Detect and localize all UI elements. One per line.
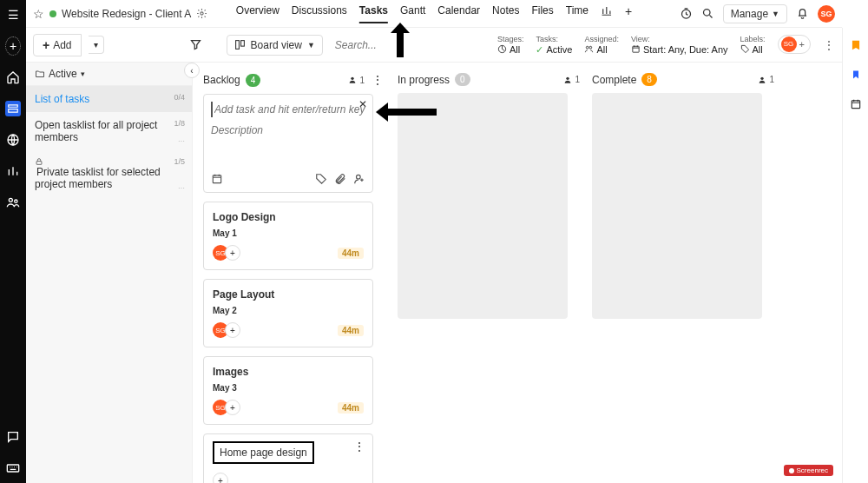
- new-task-card: ✕: [203, 94, 373, 193]
- card-menu-icon[interactable]: ⋮: [353, 440, 365, 453]
- manage-button[interactable]: Manage ▼: [723, 4, 787, 23]
- chat-icon[interactable]: [5, 429, 21, 445]
- close-icon[interactable]: ✕: [358, 98, 367, 110]
- nav-calendar[interactable]: Calendar: [437, 4, 480, 23]
- calendar-icon[interactable]: [849, 97, 863, 111]
- drag-icon: ⋯: [178, 137, 185, 145]
- column-title: Complete: [592, 74, 636, 86]
- add-button-label: Add: [53, 39, 71, 51]
- filter-tasks[interactable]: Tasks: ✓Active: [536, 35, 572, 56]
- globe-icon[interactable]: [5, 132, 21, 148]
- timer-icon[interactable]: [680, 7, 693, 20]
- column-in-progress: In progress 0 1: [398, 69, 580, 476]
- task-title: Home page design: [213, 441, 314, 464]
- nav-notes[interactable]: Notes: [492, 4, 519, 23]
- add-assignee-button[interactable]: +: [213, 473, 228, 483]
- bookmark-icon[interactable]: [849, 68, 863, 82]
- right-rail: [842, 28, 868, 483]
- new-task-desc-input[interactable]: [211, 122, 365, 138]
- nav-discussions[interactable]: Discussions: [292, 4, 347, 23]
- column-title: In progress: [398, 74, 450, 86]
- svg-rect-12: [633, 46, 639, 52]
- user-avatar[interactable]: SG: [818, 5, 835, 23]
- task-card[interactable]: Logo Design May 1 SG + 44m: [203, 202, 373, 270]
- svg-point-11: [589, 46, 592, 49]
- search-icon[interactable]: [701, 7, 714, 20]
- new-task-title-input[interactable]: [211, 102, 365, 117]
- filter-icon[interactable]: [189, 38, 202, 51]
- svg-rect-15: [213, 175, 220, 183]
- svg-rect-8: [240, 41, 244, 47]
- assign-person-icon[interactable]: [353, 173, 365, 185]
- keyboard-icon[interactable]: [5, 460, 21, 476]
- projects-icon[interactable]: [5, 101, 21, 116]
- filter-labels[interactable]: Labels: All: [740, 35, 766, 55]
- add-button[interactable]: +Add: [33, 34, 82, 56]
- bell-icon[interactable]: [796, 7, 809, 20]
- people-icon[interactable]: [5, 195, 21, 210]
- task-card-homepage[interactable]: ⋮ Home page design + 1m: [203, 433, 373, 483]
- task-count: 1/5: [174, 157, 185, 166]
- search-input[interactable]: [330, 36, 471, 55]
- task-count: 0/4: [174, 93, 185, 102]
- time-badge: 44m: [338, 325, 364, 336]
- column-people[interactable]: 1: [758, 75, 774, 84]
- column-placeholder[interactable]: [398, 93, 568, 319]
- filter-people[interactable]: SG +: [778, 35, 811, 54]
- add-assignee-button[interactable]: +: [225, 245, 240, 261]
- svg-point-1: [9, 198, 12, 202]
- top-bar: ☆ Website Redesign - Client A Overview D…: [26, 0, 842, 28]
- add-button-dropdown[interactable]: ▾: [89, 36, 104, 54]
- sidebar-item-list-of-tasks[interactable]: List of tasks 0/4: [26, 86, 192, 112]
- add-assignee-button[interactable]: +: [225, 322, 240, 338]
- column-backlog: Backlog 4 1 ⋮ ✕ Logo Design May 1 SG: [203, 69, 385, 476]
- calendar-icon[interactable]: [211, 173, 223, 185]
- svg-rect-13: [36, 162, 42, 165]
- star-icon[interactable]: ☆: [33, 7, 44, 21]
- column-title: Backlog: [203, 74, 240, 86]
- nav-files[interactable]: Files: [531, 4, 553, 23]
- nav-time[interactable]: Time: [566, 4, 589, 23]
- column-placeholder[interactable]: [592, 93, 762, 319]
- column-people[interactable]: 1: [563, 75, 580, 84]
- nav-chart-icon[interactable]: [601, 4, 613, 23]
- filter-assigned[interactable]: Assigned: All: [584, 35, 619, 55]
- time-badge: 44m: [338, 248, 364, 259]
- tasklist-sidebar: ‹ Active ▾ List of tasks 0/4 Open taskli…: [26, 63, 193, 483]
- svg-rect-7: [235, 41, 239, 50]
- tag-icon[interactable]: [315, 173, 327, 185]
- project-title[interactable]: Website Redesign - Client A: [62, 8, 191, 20]
- filter-view[interactable]: View: Start: Any, Due: Any: [631, 35, 728, 55]
- chevron-down-icon: ▾: [81, 69, 85, 78]
- nav-overview[interactable]: Overview: [236, 4, 279, 23]
- sidebar-item-open-tasklist[interactable]: Open tasklist for all project members 1/…: [26, 112, 192, 150]
- view-selector[interactable]: Board view ▼: [227, 35, 323, 56]
- hamburger-icon[interactable]: ☰: [5, 7, 21, 23]
- nav-add-icon[interactable]: +: [625, 4, 632, 23]
- add-assignee-button[interactable]: +: [225, 400, 240, 415]
- reports-icon[interactable]: [5, 163, 21, 179]
- task-card[interactable]: Images May 3 SG + 44m: [203, 356, 373, 425]
- column-people[interactable]: 1: [348, 76, 365, 85]
- sidebar-folder[interactable]: Active ▾: [26, 63, 192, 86]
- settings-icon[interactable]: [196, 8, 207, 19]
- nav-tasks[interactable]: Tasks: [359, 4, 388, 23]
- nav-gantt[interactable]: Gantt: [400, 4, 425, 23]
- svg-point-4: [201, 12, 203, 15]
- task-card[interactable]: Page Layout May 2 SG + 44m: [203, 279, 373, 347]
- drag-icon: ⋯: [178, 184, 185, 192]
- notes-icon[interactable]: [849, 38, 863, 52]
- sidebar-item-private-tasklist[interactable]: Private tasklist for selected project me…: [26, 150, 192, 197]
- task-date: May 1: [213, 228, 364, 238]
- add-global-button[interactable]: +: [5, 38, 21, 54]
- filter-stages[interactable]: Stages: All: [497, 35, 524, 55]
- toolbar-more-icon[interactable]: ⋮: [823, 38, 835, 52]
- chevron-down-icon: ▼: [772, 10, 779, 18]
- manage-label: Manage: [731, 8, 768, 20]
- recording-badge[interactable]: Screenrec: [784, 465, 833, 476]
- svg-rect-19: [852, 101, 859, 109]
- attachment-icon[interactable]: [334, 173, 346, 185]
- home-icon[interactable]: [5, 69, 21, 85]
- column-menu-icon[interactable]: ⋮: [370, 73, 385, 87]
- svg-point-17: [567, 76, 569, 79]
